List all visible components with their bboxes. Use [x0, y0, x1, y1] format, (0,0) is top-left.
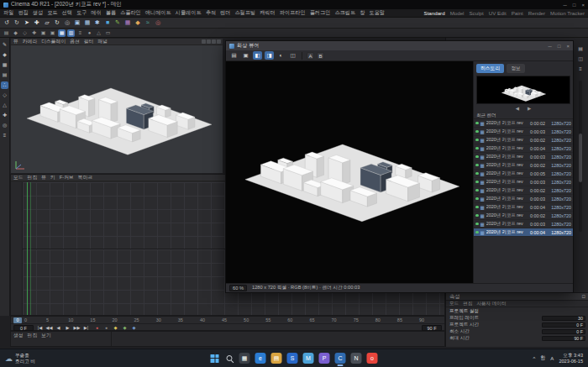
cube-primitive-icon[interactable]: ■	[103, 18, 112, 27]
picture-viewer-window[interactable]: 화상 뷰어 ─ □ × ▤▣◧◨◐◫ A B 히스토리정보	[225, 40, 574, 293]
compare-view-icon[interactable]: ◨	[265, 51, 274, 60]
make-editable-icon[interactable]: ✎	[1, 41, 8, 49]
next-frame-icon[interactable]: ▶▶	[72, 325, 81, 330]
history-row[interactable]: ▦ 2020년 키코프 rev 0:00:03 1280x720	[474, 153, 573, 161]
menu-item[interactable]: 렌더	[220, 9, 230, 17]
play-button-icon[interactable]: ▶	[63, 325, 72, 330]
menu-item[interactable]: 모드	[47, 9, 57, 17]
view-layout-icon[interactable]	[207, 39, 211, 44]
edge-app[interactable]: e	[255, 353, 266, 364]
lock-icon[interactable]: ⊡	[581, 294, 585, 299]
previous-key-icon[interactable]: ◀◀	[45, 325, 54, 330]
start-frame-field[interactable]: 0 F	[13, 325, 34, 331]
texture-mode-icon[interactable]: ▦	[1, 61, 8, 69]
zoom-level-select[interactable]: 60 %	[229, 285, 247, 291]
pv-maximize-button[interactable]: □	[558, 44, 561, 49]
menu-item[interactable]: 도구	[76, 9, 87, 17]
attribute-value-field[interactable]: 0 F	[542, 322, 585, 328]
menu-item[interactable]: 캐릭터	[260, 9, 276, 17]
menu-item[interactable]: 추적	[206, 9, 216, 17]
attributes-menu-item[interactable]: 모드	[449, 301, 459, 307]
maximize-button[interactable]: □	[573, 3, 576, 8]
history-row[interactable]: ▦ 2020년 키코프 rev 0:00:04 1280x720	[474, 228, 573, 237]
mograph-icon[interactable]: ▦	[123, 18, 132, 27]
menu-item[interactable]: 창	[360, 9, 365, 17]
render-view-icon[interactable]: ▣	[73, 18, 81, 27]
move-tool-icon[interactable]: ✚	[33, 18, 41, 27]
compare-b-button[interactable]: B	[317, 52, 324, 60]
explorer-app[interactable]: ▤	[271, 353, 282, 364]
menu-item[interactable]: 애니메이트	[145, 9, 171, 17]
polygons-mode-icon[interactable]: △	[1, 102, 8, 109]
view-layout-icon[interactable]	[202, 39, 206, 44]
menu-item[interactable]: 플러그인	[310, 9, 331, 17]
fcurve-menu-item[interactable]: 뷰	[41, 174, 46, 181]
points-mode-icon[interactable]: ∴	[1, 81, 8, 89]
workspace-tab[interactable]: Paint	[512, 10, 523, 16]
attributes-menu-item[interactable]: 편집	[463, 301, 472, 307]
weather-widget[interactable]: ☁ 우중충 흐리고 비	[5, 353, 35, 364]
fullscreen-icon[interactable]: ◫	[288, 51, 297, 60]
workspace-tab[interactable]: Motion Tracker	[550, 10, 585, 16]
redo-icon[interactable]: ↻	[13, 18, 21, 27]
start-button[interactable]	[211, 354, 219, 363]
pv-sidebar-tab[interactable]: 정보	[507, 64, 525, 73]
pv-sidebar-tab[interactable]: 히스토리	[476, 64, 504, 73]
view-layout-icon[interactable]	[212, 39, 216, 44]
motion-tracker-icon[interactable]: ◎	[154, 18, 162, 27]
history-row[interactable]: ▦ 2020년 키코프 rev 0:00:02 1280x720	[474, 186, 573, 195]
layout-tab-icon[interactable]: ▤	[577, 45, 585, 53]
attribute-value-field[interactable]: 30	[542, 316, 585, 321]
material-menu-item[interactable]: 보기	[41, 332, 51, 339]
coordinates-tab-icon[interactable]: ≡	[577, 66, 585, 73]
menu-item[interactable]: 시뮬레이트	[176, 9, 202, 17]
render-picture-viewer-icon[interactable]: ▦	[83, 18, 92, 27]
workspace-tab[interactable]: Standard	[424, 10, 445, 16]
render-settings-icon[interactable]: ✱	[93, 18, 102, 27]
modeling-axis-icon[interactable]: ✚	[30, 29, 38, 37]
taskbar-clock[interactable]: 오후 3:43 2023-06-15	[559, 353, 583, 364]
go-to-start-icon[interactable]: |◀	[35, 325, 45, 330]
pv-minimize-button[interactable]: ─	[549, 44, 552, 49]
render-image-area[interactable]	[226, 61, 474, 283]
content-browser-icon[interactable]: ◫	[577, 55, 585, 63]
workplane-icon[interactable]: ▤	[3, 29, 10, 37]
gouraud-shading-icon[interactable]: ●	[86, 29, 93, 37]
scrollbar-thumb[interactable]	[579, 134, 582, 182]
edges-mode-icon[interactable]: ◇	[1, 92, 8, 99]
safe-frame-icon[interactable]: ▭	[104, 29, 112, 37]
browser-app[interactable]: o	[367, 353, 378, 364]
viewport-menu-item[interactable]: 디스플레이	[41, 38, 66, 45]
previous-frame-icon[interactable]: ◀	[54, 325, 63, 330]
open-folder-icon[interactable]: ▤	[229, 51, 239, 60]
workspace-tab[interactable]: Render	[528, 10, 545, 16]
workspace-tab[interactable]: Model	[450, 10, 465, 16]
menu-item[interactable]: 스플라인	[120, 9, 141, 17]
quantize-icon[interactable]: ◇	[21, 29, 29, 37]
save-image-icon[interactable]: ▣	[241, 51, 250, 60]
cinema4d-app[interactable]: C	[335, 353, 346, 364]
simulate-icon[interactable]: ≈	[144, 18, 152, 27]
axis-x-icon[interactable]: ▣	[39, 29, 47, 37]
axis-y-icon[interactable]: ▣	[49, 29, 56, 37]
current-frame-line[interactable]	[27, 182, 28, 315]
model-mode-icon[interactable]: ◆	[1, 51, 8, 59]
record-position-icon[interactable]: ◆	[111, 325, 120, 330]
menu-item[interactable]: 편집	[18, 9, 28, 17]
ime-korean-indicator[interactable]: 한	[540, 354, 545, 362]
fcurve-menu-item[interactable]: 모드	[13, 174, 24, 181]
history-row[interactable]: ▦ 2020년 키코프 rev 0:00:02 1280x720	[474, 161, 573, 170]
single-view-icon[interactable]: ◧	[253, 51, 262, 60]
menu-item[interactable]: 메쉬	[91, 9, 101, 17]
material-menu-item[interactable]: 생성	[13, 332, 24, 339]
view-layout-icon[interactable]	[217, 39, 221, 44]
fcurve-menu-item[interactable]: 북마크	[78, 174, 92, 181]
history-row[interactable]: ▦ 2020년 키코프 rev 0:00:05 1280x720	[474, 170, 573, 178]
attributes-menu-item[interactable]: 사용자 데이터	[476, 301, 506, 307]
previous-render-button[interactable]: ◀	[516, 106, 519, 111]
viewport-menu-item[interactable]: 뷰	[13, 38, 18, 45]
menu-item[interactable]: 선택	[62, 9, 72, 17]
isoline-icon[interactable]: ≡	[76, 29, 84, 37]
workplane-mode-icon[interactable]: ▤	[1, 71, 8, 79]
attribute-value-field[interactable]: 0 F	[542, 329, 585, 334]
